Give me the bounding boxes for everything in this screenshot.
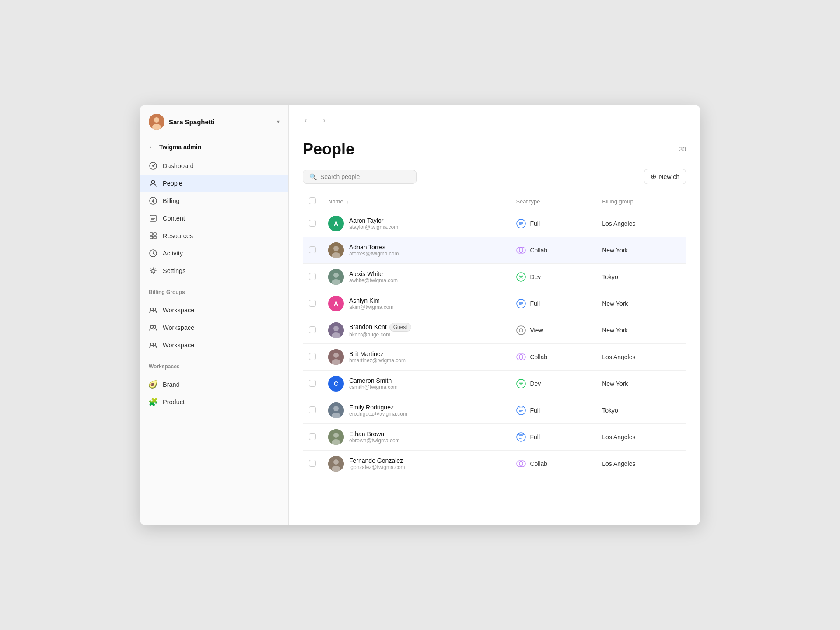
seat-icon [516,432,526,442]
col-name[interactable]: Name ↓ [322,193,510,210]
person-info: Emily Rodriguez erodriguez@twigma.com [349,404,407,417]
chevron-down-icon: ▾ [277,119,280,125]
workspace-label: Brand [163,381,180,388]
workspace-icon [149,341,158,350]
svg-point-1 [154,117,159,122]
svg-point-14 [150,308,153,311]
admin-label: Twigma admin [159,144,201,150]
search-input[interactable] [320,173,410,180]
select-all-checkbox[interactable] [309,197,316,204]
person-cell: Ethan Brown ebrown@twigma.com [328,429,504,445]
row-checkbox[interactable] [309,380,316,387]
billing-cell: Los Angeles [596,424,686,451]
person-email: erodriguez@twigma.com [349,411,407,417]
forward-nav-button[interactable]: › [318,114,331,127]
seat-icon [516,378,526,389]
row-checkbox[interactable] [309,460,316,467]
table-row[interactable]: Brandon KentGuest bkent@huge.com View Ne… [303,317,686,344]
person-info: Adrian Torres atorres@twigma.com [349,244,399,257]
billing-icon [149,196,158,205]
row-checkbox[interactable] [309,326,316,333]
person-cell: Brandon KentGuest bkent@huge.com [328,322,504,338]
seat-label: Full [530,434,540,441]
plus-icon: ⊕ [651,172,656,181]
billing-group-label: Workspace [163,307,194,314]
sidebar-item-label: People [163,180,182,187]
svg-point-47 [333,433,339,438]
sidebar-item-resources[interactable]: Resources [140,227,288,245]
seat-icon [516,218,526,229]
back-nav-button[interactable]: ‹ [299,114,312,127]
sidebar-item-label: Content [163,215,185,222]
person-name: Alexis White [349,270,398,277]
person-cell: A Ashlyn Kim akim@twigma.com [328,296,504,312]
table-row[interactable]: Alexis White awhite@twigma.com Dev Tokyo [303,264,686,290]
row-checkbox[interactable] [309,406,316,413]
table-row[interactable]: Ethan Brown ebrown@twigma.com Full Los A… [303,424,686,451]
table-row[interactable]: A Aaron Taylor ataylor@twigma.com Full L… [303,210,686,237]
seat-icon [516,458,526,469]
table-row[interactable]: Emily Rodriguez erodriguez@twigma.com Fu… [303,397,686,424]
sidebar-item-activity[interactable]: Activity [140,245,288,262]
row-checkbox[interactable] [309,433,316,440]
seat-label: Collab [530,354,547,360]
person-cell: Emily Rodriguez erodriguez@twigma.com [328,402,504,418]
seat-label: Full [530,300,540,307]
workspace-product[interactable]: 🧩 Product [140,393,288,411]
sidebar-item-people[interactable]: People [140,175,288,192]
svg-point-16 [150,326,153,328]
row-checkbox[interactable] [309,246,316,253]
puzzle-icon: 🧩 [149,398,158,406]
sidebar-item-settings[interactable]: Settings [140,262,288,280]
workspaces-label: Workspaces [140,357,288,372]
sidebar: Sara Spaghetti ▾ ← Twigma admin Dashboar… [140,105,289,525]
people-count: 30 [679,146,686,153]
person-info: Alexis White awhite@twigma.com [349,270,398,284]
seat-cell: Collab [516,458,590,469]
person-info: Cameron Smith csmith@twigma.com [349,377,398,390]
row-checkbox[interactable] [309,220,316,227]
back-link[interactable]: ← Twigma admin [140,137,288,154]
col-seat-type: Seat type [510,193,596,210]
row-checkbox[interactable] [309,353,316,360]
person-email: csmith@twigma.com [349,384,398,390]
seat-cell: Full [516,432,590,442]
seat-label: Dev [530,273,541,280]
workspace-brand[interactable]: 🥑 Brand [140,376,288,393]
person-avatar [328,269,344,285]
settings-icon [149,266,158,275]
sidebar-item-content[interactable]: Content [140,210,288,227]
seat-cell: Full [516,405,590,416]
table-row[interactable]: Brit Martinez bmartinez@twigma.com Colla… [303,344,686,371]
billing-group-workspace-3[interactable]: Workspace [140,336,288,354]
row-checkbox[interactable] [309,300,316,307]
billing-group-workspace-2[interactable]: Workspace [140,319,288,336]
seat-label: Collab [530,247,547,254]
seat-label: View [530,327,543,334]
search-box[interactable]: 🔍 [303,170,416,184]
person-name: Emily Rodriguez [349,404,407,411]
billing-group-workspace-1[interactable]: Workspace [140,301,288,319]
table-row[interactable]: Adrian Torres atorres@twigma.com Collab … [303,237,686,264]
svg-rect-9 [154,233,156,235]
seat-label: Full [530,407,540,414]
table-row[interactable]: C Cameron Smith csmith@twigma.com Dev Ne… [303,371,686,397]
person-email: akim@twigma.com [349,304,394,310]
sidebar-item-dashboard[interactable]: Dashboard [140,157,288,175]
sidebar-item-billing[interactable]: Billing [140,192,288,210]
user-name: Sara Spaghetti [169,118,273,126]
row-checkbox[interactable] [309,273,316,280]
person-avatar: A [328,216,344,231]
person-name: Aaron Taylor [349,217,398,224]
person-name: Ethan Brown [349,430,400,438]
table-row[interactable]: Fernando Gonzalez fgonzalez@twigma.com C… [303,451,686,477]
person-name: Ashlyn Kim [349,297,394,304]
table-row[interactable]: A Ashlyn Kim akim@twigma.com Full New Yo… [303,290,686,317]
workspaces-section: 🥑 Brand 🧩 Product [140,372,288,414]
new-button[interactable]: ⊕ New ch [644,169,686,184]
billing-cell: Tokyo [596,397,686,424]
person-cell: Adrian Torres atorres@twigma.com [328,242,504,258]
person-name: Fernando Gonzalez [349,457,405,464]
sidebar-header[interactable]: Sara Spaghetti ▾ [140,105,288,137]
person-avatar [328,402,344,418]
